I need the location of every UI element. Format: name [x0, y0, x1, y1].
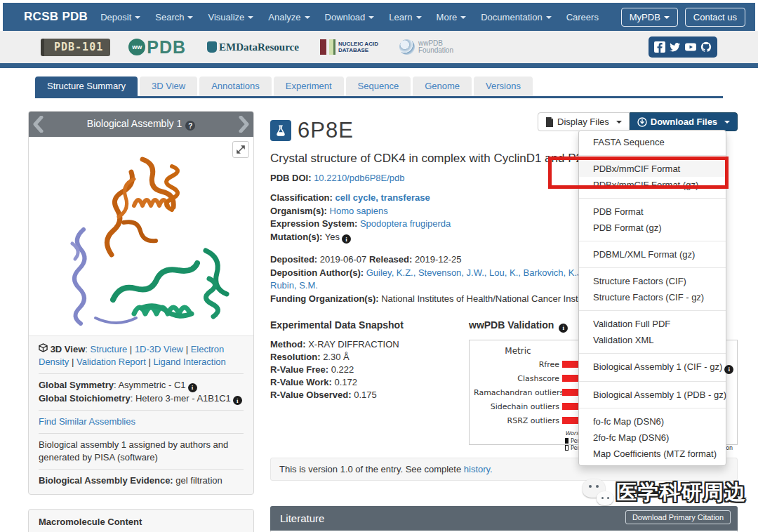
- ndb-bar-icon: [320, 39, 326, 55]
- menu-item-2fo-fc-map-dsn6[interactable]: 2fo-fc Map (DSN6): [579, 430, 726, 446]
- find-similar-assemblies-link[interactable]: Find Similar Assemblies: [39, 416, 135, 427]
- divider: [39, 433, 244, 434]
- macromolecule-content-panel: Macromolecule Content: [28, 509, 254, 532]
- emdataresource-logo[interactable]: EMDataResource: [207, 41, 299, 53]
- info-icon[interactable]: i: [559, 324, 568, 333]
- info-icon[interactable]: i: [342, 234, 351, 244]
- menu-item-biological-assembly-1-pdb-gz[interactable]: Biological Assembly 1 (PDB - gz): [579, 387, 726, 403]
- menu-item-fasta-sequence[interactable]: FASTA Sequence: [579, 134, 726, 150]
- menu-item-pdb-format[interactable]: PDB Format: [579, 204, 726, 220]
- menu-item-validation-xml[interactable]: Validation XML: [579, 332, 726, 348]
- assembly-evidence-row: Biological Assembly Evidence: gel filtra…: [39, 474, 244, 487]
- biological-assembly-panel: Biological Assembly 1?: [28, 111, 254, 495]
- menu-item-biological-assembly-1-cif-gz[interactable]: Biological Assembly 1 (CIF - gz)i: [579, 359, 726, 376]
- validation-report-link[interactable]: Validation Report: [77, 357, 146, 367]
- download-primary-citation-button[interactable]: Download Primary Citation: [625, 510, 731, 524]
- nav-item-visualize[interactable]: Visualize: [208, 12, 253, 22]
- top-navbar: RCSB PDB Deposit Search Visualize Analyz…: [3, 3, 755, 31]
- assembly-carousel-header: Biological Assembly 1?: [29, 112, 253, 137]
- info-icon[interactable]: i: [233, 396, 242, 405]
- download-files-button[interactable]: Download Files: [630, 112, 738, 131]
- menu-item-pdb-format-gz[interactable]: PDB Format (gz): [579, 220, 726, 236]
- tab-structure-summary[interactable]: Structure Summary: [35, 77, 138, 96]
- nav-menu: Deposit Search Visualize Analyze Downloa…: [100, 12, 614, 22]
- tab-genome[interactable]: Genome: [413, 77, 472, 96]
- caret-down-icon: [616, 121, 622, 124]
- menu-item-map-coefficients-mtz[interactable]: Map Coefficients (MTZ format): [579, 446, 726, 462]
- entry-tabs: Structure Summary 3D View Annotations Ex…: [35, 77, 723, 98]
- help-icon[interactable]: ?: [185, 121, 195, 131]
- caret-down-icon: [460, 16, 466, 19]
- nav-item-search[interactable]: Search: [155, 12, 193, 22]
- wwpdb-foundation-logo[interactable]: wwPDBFoundation: [399, 39, 453, 55]
- caret-down-icon: [368, 16, 374, 19]
- mypdb-button[interactable]: MyPDB: [621, 8, 678, 27]
- menu-item-structure-factors-cif-gz[interactable]: Structure Factors (CIF - gz): [579, 289, 726, 305]
- brand-rcsb-pdb[interactable]: RCSB PDB: [24, 10, 88, 24]
- file-icon: [545, 117, 554, 127]
- menu-item-validation-full-pdf[interactable]: Validation Full PDF: [579, 316, 726, 332]
- file-buttons: Display Files Download Files: [538, 112, 738, 131]
- previous-assembly-arrow[interactable]: [29, 116, 47, 133]
- display-files-button[interactable]: Display Files: [538, 112, 630, 131]
- facebook-icon[interactable]: [654, 41, 665, 53]
- menu-item-pdbml-xml-format-gz[interactable]: PDBML/XML Format (gz): [579, 246, 726, 262]
- wwpdb-logo[interactable]: ww PDB: [128, 37, 186, 58]
- menu-divider: [579, 381, 726, 382]
- nav-item-learn[interactable]: Learn: [389, 12, 421, 22]
- caret-down-icon: [416, 16, 422, 19]
- github-icon[interactable]: [700, 41, 712, 53]
- doi-link[interactable]: 10.2210/pdb6P8E/pdb: [314, 173, 404, 183]
- experimental-snapshot-title: Experimental Data Snapshot: [270, 319, 469, 331]
- nav-item-careers[interactable]: Careers: [566, 12, 599, 22]
- header-accent-strip: [0, 63, 758, 68]
- menu-item-pdbx-mmcif-format[interactable]: PDBx/mmCIF Format: [579, 161, 726, 177]
- funding-value: National Institutes of Health/National C…: [381, 293, 595, 304]
- authors-links[interactable]: Guiley, K.Z., Stevenson, J.W., Lou, K., …: [366, 267, 587, 278]
- nucleic-acid-database-logo[interactable]: NUCLEIC ACIDDATABASE: [320, 39, 378, 55]
- tab-versions[interactable]: Versions: [474, 77, 533, 96]
- tab-sequence[interactable]: Sequence: [346, 77, 411, 96]
- menu-item-fo-fc-map-dsn6[interactable]: fo-fc Map (DSN6): [579, 413, 726, 430]
- youtube-icon[interactable]: [685, 41, 696, 53]
- tab-experiment[interactable]: Experiment: [274, 77, 344, 96]
- nav-item-more[interactable]: More: [437, 12, 467, 22]
- nav-item-download[interactable]: Download: [325, 12, 375, 22]
- twitter-icon[interactable]: [670, 41, 681, 53]
- menu-item-pdbx-mmcif-format-gz[interactable]: PDBx/mmCIF Format (gz): [579, 177, 726, 193]
- caret-down-icon: [664, 16, 670, 19]
- info-icon: i: [724, 365, 733, 374]
- contact-us-button[interactable]: Contact us: [685, 8, 745, 27]
- pdb-101-logo[interactable]: PDB-101: [41, 39, 110, 56]
- metric-header: Metric: [474, 346, 562, 356]
- authors-links[interactable]: Rubin, S.M.: [270, 280, 318, 291]
- classification-link[interactable]: cell cycle, transferase: [335, 192, 430, 203]
- divider: [39, 469, 244, 470]
- nav-item-documentation[interactable]: Documentation: [481, 12, 551, 22]
- 1d-3d-view-link[interactable]: 1D-3D View: [135, 344, 183, 354]
- menu-divider: [579, 241, 726, 241]
- tab-3d-view[interactable]: 3D View: [140, 77, 197, 96]
- menu-item-structure-factors-cif[interactable]: Structure Factors (CIF): [579, 273, 726, 289]
- experimental-data-snapshot: Experimental Data Snapshot Method: X-RAY…: [270, 319, 469, 445]
- menu-divider: [579, 267, 726, 268]
- ligand-interaction-link[interactable]: Ligand Interaction: [153, 357, 225, 367]
- info-icon[interactable]: i: [188, 383, 197, 392]
- organism-link[interactable]: Homo sapiens: [330, 206, 388, 216]
- percentile-resolution-glyph: [565, 445, 568, 451]
- nav-item-deposit[interactable]: Deposit: [100, 12, 140, 22]
- divider: [39, 410, 244, 411]
- literature-header: Literature Download Primary Citation: [270, 506, 738, 531]
- history-link[interactable]: history.: [464, 464, 493, 474]
- wwpdb-globe-icon: ww: [128, 39, 145, 55]
- expression-system-link[interactable]: Spodoptera frugiperda: [360, 218, 451, 229]
- tab-annotations[interactable]: Annotations: [199, 77, 272, 96]
- next-assembly-arrow[interactable]: [235, 116, 253, 133]
- expand-image-icon[interactable]: [232, 141, 249, 158]
- structure-link[interactable]: Structure: [90, 344, 127, 354]
- ndb-bar-icon: [329, 39, 335, 55]
- protein-structure-image[interactable]: [29, 137, 253, 336]
- validation-title: wwPDB Validation: [469, 319, 554, 331]
- assembly-note: Biological assembly 1 assigned by author…: [39, 439, 244, 464]
- nav-item-analyze[interactable]: Analyze: [268, 12, 310, 22]
